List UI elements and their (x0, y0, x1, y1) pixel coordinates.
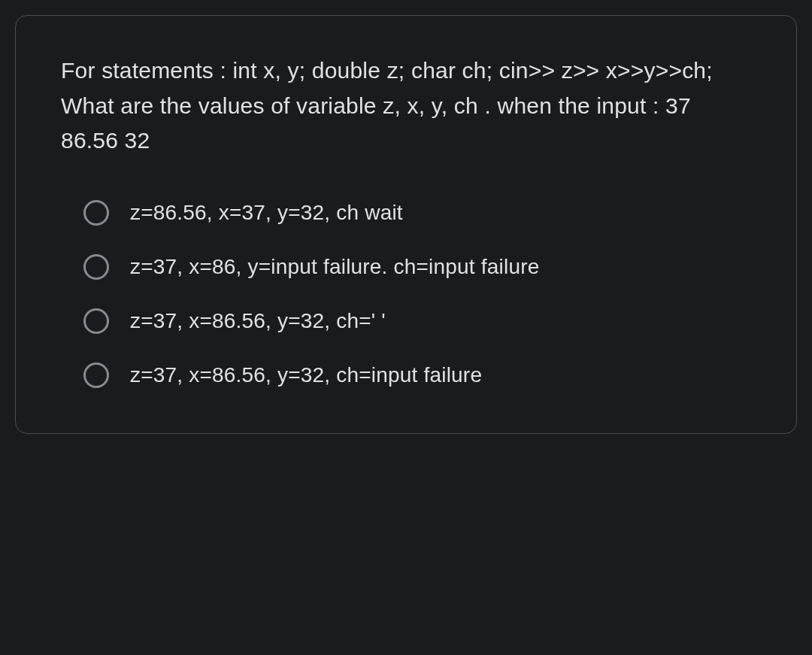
radio-icon (83, 200, 109, 226)
radio-icon (83, 308, 109, 334)
option-label: z=37, x=86, y=input failure. ch=input fa… (130, 255, 539, 279)
option-label: z=86.56, x=37, y=32, ch wait (130, 201, 403, 225)
option-row[interactable]: z=37, x=86, y=input failure. ch=input fa… (83, 254, 751, 280)
question-text: For statements : int x, y; double z; cha… (61, 53, 751, 159)
option-row[interactable]: z=86.56, x=37, y=32, ch wait (83, 200, 751, 226)
options-container: z=86.56, x=37, y=32, ch wait z=37, x=86,… (61, 200, 751, 388)
question-card: For statements : int x, y; double z; cha… (15, 15, 797, 434)
option-label: z=37, x=86.56, y=32, ch=input failure (130, 363, 482, 387)
radio-icon (83, 362, 109, 388)
option-row[interactable]: z=37, x=86.56, y=32, ch=input failure (83, 362, 751, 388)
option-row[interactable]: z=37, x=86.56, y=32, ch=' ' (83, 308, 751, 334)
option-label: z=37, x=86.56, y=32, ch=' ' (130, 309, 386, 333)
radio-icon (83, 254, 109, 280)
